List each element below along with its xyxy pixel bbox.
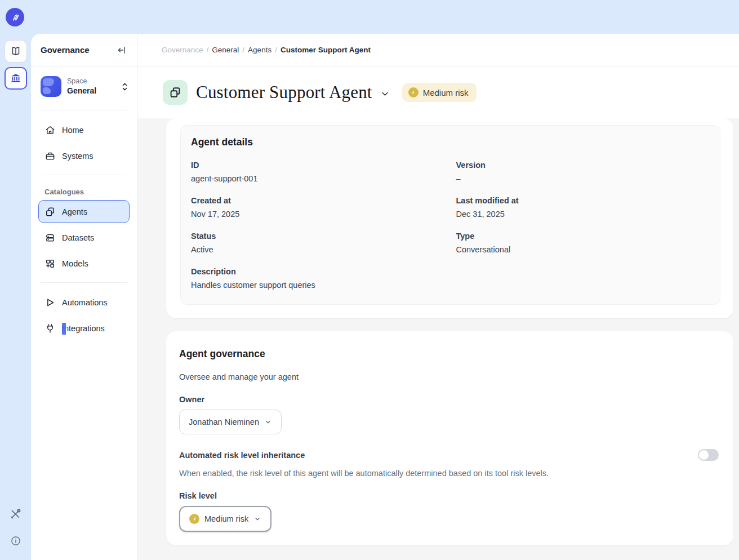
breadcrumb-separator: /: [275, 46, 277, 54]
sidebar-item-label: Automations: [62, 298, 108, 307]
space-selector[interactable]: Space General: [41, 76, 129, 97]
owner-label: Owner: [179, 395, 719, 404]
agent-details-title: Agent details: [191, 136, 710, 148]
page-scroll-area[interactable]: Agent details ID agent-support-001 Versi…: [137, 118, 739, 560]
datasets-icon: [44, 232, 56, 243]
breadcrumb-governance[interactable]: Governance: [162, 46, 203, 54]
breadcrumb-agents[interactable]: Agents: [248, 46, 271, 54]
text-caret: [62, 323, 66, 335]
sidebar-section-catalogues: Catalogues: [38, 183, 130, 200]
breadcrumb: Governance / General / Agents / Customer…: [137, 34, 739, 66]
space-icon: [41, 76, 61, 97]
collapse-left-icon[interactable]: [117, 45, 127, 55]
sidebar-item-label: Models: [62, 259, 88, 268]
chevron-down-icon: [253, 515, 261, 523]
sidebar-item-models[interactable]: Models: [38, 252, 130, 275]
copy-icon: [168, 86, 182, 99]
field-version: Version –: [456, 161, 710, 183]
sidebar-item-home[interactable]: Home: [38, 118, 130, 141]
docs-rail-button[interactable]: [5, 40, 27, 63]
breadcrumb-separator: /: [242, 46, 244, 54]
sidebar-item-automations[interactable]: Automations: [38, 291, 130, 314]
breadcrumb-current: Customer Support Agent: [281, 46, 371, 54]
sidebar-item-agents[interactable]: Agents: [38, 200, 130, 223]
sidebar: Governance Space General: [31, 34, 137, 560]
field-id: ID agent-support-001: [191, 161, 445, 183]
risk-level-value: Medium risk: [204, 514, 248, 523]
inheritance-toggle[interactable]: [698, 449, 719, 461]
inheritance-description: When enabled, the risk level of this age…: [179, 469, 719, 478]
squiggle-logo-icon: [9, 11, 21, 23]
tools-rail-button[interactable]: [5, 503, 27, 525]
sidebar-item-label: Systems: [62, 152, 94, 161]
sidebar-item-label: Datasets: [62, 233, 94, 242]
tools-icon: [9, 508, 22, 521]
automations-icon: [44, 297, 56, 308]
breadcrumb-general[interactable]: General: [212, 46, 239, 54]
book-icon: [10, 45, 22, 57]
risk-level-label: Risk level: [179, 491, 719, 500]
governance-rail-button[interactable]: [5, 67, 27, 90]
owner-value: Jonathan Nieminen: [189, 417, 259, 426]
integrations-icon: [44, 323, 56, 334]
page-header: Customer Support Agent Medium risk: [137, 66, 739, 118]
sidebar-item-label: Integrations: [62, 324, 105, 333]
sidebar-item-integrations[interactable]: Integrations: [38, 317, 130, 340]
updown-chevron-icon: [121, 82, 129, 92]
agent-details-card: Agent details ID agent-support-001 Versi…: [166, 118, 733, 318]
icon-rail: [0, 34, 31, 560]
bolt-icon: [189, 514, 199, 524]
agent-governance-subtitle: Oversee and manage your agent: [179, 372, 719, 381]
chevron-down-icon[interactable]: [380, 88, 390, 99]
agent-governance-title: Agent governance: [179, 348, 719, 360]
risk-level-select[interactable]: Medium risk: [179, 506, 271, 532]
sidebar-item-systems[interactable]: Systems: [38, 144, 130, 167]
agents-icon: [44, 206, 56, 217]
home-icon: [44, 125, 56, 136]
chevron-down-icon: [264, 418, 272, 426]
sidebar-item-label: Home: [62, 126, 84, 135]
agent-entity-icon: [163, 80, 188, 105]
info-icon: [10, 535, 21, 546]
space-label: Space: [67, 77, 115, 86]
bank-icon: [10, 72, 22, 85]
app-logo[interactable]: [6, 8, 24, 26]
top-band: [0, 0, 739, 34]
breadcrumb-separator: /: [207, 46, 209, 54]
info-rail-button[interactable]: [5, 530, 27, 552]
models-icon: [44, 258, 56, 269]
systems-icon: [44, 150, 56, 162]
owner-select[interactable]: Jonathan Nieminen: [179, 410, 282, 434]
page-title: Customer Support Agent: [196, 82, 372, 103]
risk-badge: Medium risk: [402, 83, 477, 102]
sidebar-item-datasets[interactable]: Datasets: [38, 226, 130, 249]
field-type: Type Conversational: [456, 232, 710, 254]
field-status: Status Active: [191, 232, 445, 254]
agent-governance-card: Agent governance Oversee and manage your…: [166, 331, 733, 545]
sidebar-item-label: Agents: [62, 207, 87, 216]
bolt-icon: [408, 87, 419, 97]
sidebar-title: Governance: [41, 45, 90, 55]
inheritance-label: Automated risk level inheritance: [179, 451, 305, 460]
field-last-modified-at: Last modified at Dec 31, 2025: [456, 196, 710, 219]
main-content: Governance / General / Agents / Customer…: [137, 34, 739, 560]
field-created-at: Created at Nov 17, 2025: [191, 196, 445, 219]
space-value: General: [67, 86, 115, 96]
field-description: Description Handles customer support que…: [191, 267, 710, 290]
risk-badge-label: Medium risk: [423, 88, 469, 97]
